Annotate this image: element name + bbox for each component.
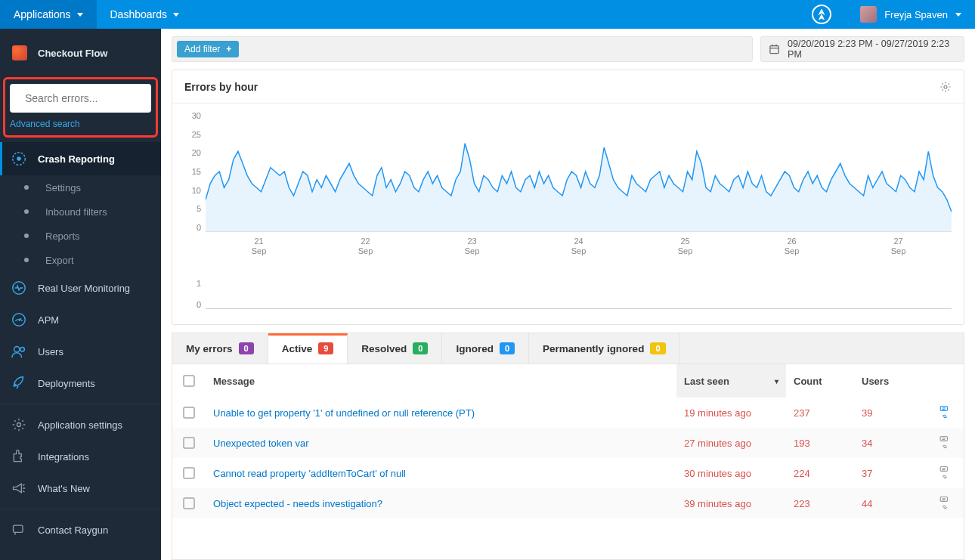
th-last-seen[interactable]: Last seen ▾ <box>676 364 786 398</box>
sidebar-item-contact[interactable]: Contact Raygun <box>0 514 161 546</box>
advanced-search-link[interactable]: Advanced search <box>10 119 151 129</box>
search-errors[interactable] <box>10 84 151 113</box>
sidebar-item-users[interactable]: Users <box>0 336 161 367</box>
tab-label: Permanently ignored <box>543 343 644 354</box>
link-icon <box>939 443 950 450</box>
date-range-label: 09/20/2019 2:23 PM - 09/27/2019 2:23 PM <box>788 39 956 60</box>
cell-count: 237 <box>786 407 854 419</box>
comment-icon <box>939 466 950 473</box>
sidebar-app-name: Checkout Flow <box>38 48 107 59</box>
th-users[interactable]: Users <box>854 376 926 387</box>
tab-badge: 0 <box>650 342 665 354</box>
row-checkbox[interactable] <box>183 407 195 419</box>
sidebar-item-integrations[interactable]: Integrations <box>0 441 161 472</box>
chevron-down-icon <box>955 13 961 17</box>
sidebar-item-label: Contact Raygun <box>38 524 108 536</box>
row-actions[interactable] <box>933 466 956 481</box>
row-actions[interactable] <box>933 405 956 420</box>
tab-ignored[interactable]: Ignored 0 <box>442 333 529 364</box>
row-checkbox[interactable] <box>183 437 195 449</box>
table-row: Object expected - needs investigation?39… <box>172 488 964 518</box>
y-tick: 5 <box>184 204 201 213</box>
row-actions[interactable] <box>933 496 956 511</box>
y-tick: 10 <box>184 186 201 195</box>
chevron-down-icon <box>173 13 179 17</box>
gauge-icon <box>11 311 27 328</box>
search-input[interactable] <box>25 92 157 104</box>
nav-applications[interactable]: Applications <box>0 0 97 29</box>
error-message-link[interactable]: Cannot read property 'addItemToCart' of … <box>206 468 676 479</box>
th-count[interactable]: Count <box>786 376 854 387</box>
cell-last-seen: 30 minutes ago <box>676 468 786 479</box>
sidebar-app-selector[interactable]: Checkout Flow <box>0 29 161 77</box>
add-filter-button[interactable]: Add filter + <box>177 41 239 57</box>
cell-count: 193 <box>786 438 854 449</box>
x-tick: 26Sep <box>738 237 845 256</box>
table-row: Unable to get property '1' of undefined … <box>172 398 964 428</box>
chat-icon <box>11 521 27 538</box>
gear-icon <box>939 81 952 93</box>
svg-point-3 <box>17 156 21 161</box>
sidebar-item-apm[interactable]: APM <box>0 304 161 336</box>
sidebar-crash-label: Crash Reporting <box>38 153 115 165</box>
sidebar-item-app-settings[interactable]: Application settings <box>0 409 161 441</box>
sidebar-item-deployments[interactable]: Deployments <box>0 367 161 399</box>
avatar <box>860 6 877 23</box>
error-message-link[interactable]: Object expected - needs investigation? <box>206 498 676 509</box>
chart-settings-button[interactable] <box>939 81 952 93</box>
select-all-checkbox[interactable] <box>183 375 195 387</box>
cell-last-seen: 39 minutes ago <box>676 498 786 509</box>
crash-reporting-icon <box>11 150 27 167</box>
tab-active[interactable]: Active 9 <box>268 333 348 364</box>
svg-point-7 <box>14 347 20 352</box>
sidebar-item-label: Users <box>38 346 63 357</box>
errors-chart-card: Errors by hour 30 25 20 15 10 5 <box>172 70 964 325</box>
date-range-picker[interactable]: 09/20/2019 2:23 PM - 09/27/2019 2:23 PM <box>760 36 964 62</box>
tab-badge: 9 <box>318 342 333 354</box>
link-icon <box>939 473 950 481</box>
add-filter-label: Add filter <box>184 44 220 54</box>
tab-badge: 0 <box>239 342 254 354</box>
chart-lower-y-axis: 1 0 <box>184 279 206 309</box>
chart-y-axis: 30 25 20 15 10 5 0 <box>184 111 206 232</box>
puzzle-icon <box>11 448 27 465</box>
sidebar-sub-reports[interactable]: Reports <box>0 224 161 248</box>
tab-label: My errors <box>186 343 233 354</box>
dot-icon <box>24 258 29 262</box>
filter-bar: Add filter + 09/20/2019 2:23 PM - 09/27/… <box>172 36 964 62</box>
cell-users: 39 <box>854 407 926 419</box>
chart-title: Errors by hour <box>184 81 258 93</box>
table-row: Cannot read property 'addItemToCart' of … <box>172 458 964 488</box>
link-icon <box>939 413 950 420</box>
x-tick: 21Sep <box>206 237 312 256</box>
x-tick: 24Sep <box>525 237 632 256</box>
y-tick: 20 <box>184 148 201 157</box>
table-header-row: Message Last seen ▾ Count Users <box>172 364 964 398</box>
tab-my-errors[interactable]: My errors 0 <box>172 333 268 364</box>
user-menu[interactable]: Freyja Spaven <box>847 0 975 29</box>
nav-dashboards[interactable]: Dashboards <box>97 0 193 29</box>
sidebar-item-whats-new[interactable]: What's New <box>0 472 161 504</box>
cell-users: 44 <box>854 498 926 509</box>
sidebar-item-crash-reporting[interactable]: Crash Reporting <box>0 142 161 175</box>
nav-applications-label: Applications <box>14 8 71 20</box>
th-label: Last seen <box>684 376 729 387</box>
errors-line-chart <box>206 111 952 232</box>
row-actions[interactable] <box>933 435 956 450</box>
y-tick: 0 <box>184 223 201 232</box>
sidebar-item-rum[interactable]: Real User Monitoring <box>0 272 161 304</box>
tab-permanently-ignored[interactable]: Permanently ignored 0 <box>529 333 679 364</box>
error-message-link[interactable]: Unexpected token var <box>206 438 676 449</box>
sidebar-sub-label: Settings <box>45 182 81 193</box>
search-highlight-box: Advanced search <box>3 77 158 138</box>
chart-x-axis: 21Sep22Sep23Sep24Sep25Sep26Sep27Sep <box>206 237 952 256</box>
sidebar-sub-export[interactable]: Export <box>0 248 161 272</box>
error-message-link[interactable]: Unable to get property '1' of undefined … <box>206 407 676 419</box>
row-checkbox[interactable] <box>183 467 195 479</box>
tab-resolved[interactable]: Resolved 0 <box>348 333 442 364</box>
sidebar-sub-inbound-filters[interactable]: Inbound filters <box>0 200 161 224</box>
th-message[interactable]: Message <box>206 376 676 387</box>
divider <box>0 509 161 509</box>
row-checkbox[interactable] <box>183 497 195 509</box>
sidebar-sub-settings[interactable]: Settings <box>0 175 161 200</box>
